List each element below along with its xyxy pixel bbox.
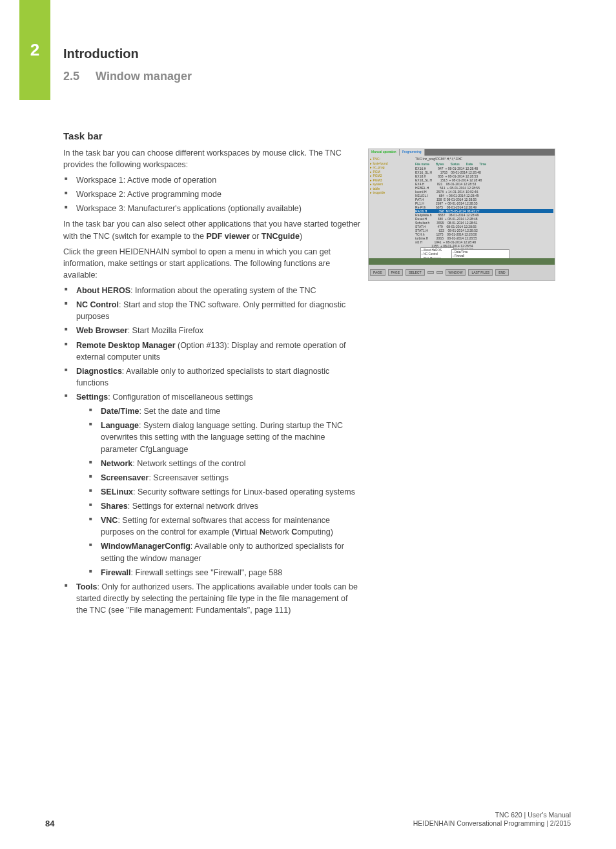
shot-file-tree: ▸ TNC:▸ lost+found ▸ nc_prog ▸ PGM ▸ PGM…	[369, 156, 414, 265]
list-item: Screensaver: Screensaver settings	[88, 472, 360, 484]
paragraph: In the task bar you can also select othe…	[63, 218, 360, 241]
footer-meta: TNC 620 | User's Manual HEIDENHAIN Conve…	[413, 811, 571, 828]
list-item: Firewall: Firewall settings see "Firewal…	[88, 567, 360, 578]
shot-tab-manual: Manual operation	[369, 149, 400, 156]
shot-softkeys: PAGEPAGESELECTWINDOWLAST FILESEND	[369, 265, 555, 280]
paragraph: In the task bar you can choose different…	[63, 147, 360, 170]
list-item: Settings: Configuration of miscellaneous…	[63, 391, 360, 578]
list-item: Workspace 3: Manufacturer's applications…	[63, 203, 360, 214]
page-number: 84	[45, 819, 54, 828]
list-item: VNC: Setting for external softwares that…	[88, 515, 360, 538]
list-item: WindowManagerConfig: Available only to a…	[88, 540, 360, 564]
chapter-number: 2	[19, 40, 50, 60]
section-number: 2.5	[63, 70, 79, 83]
paragraph: Click the green HEIDENHAIN symbol to ope…	[63, 246, 360, 281]
shot-header: Manual operation Programming	[369, 149, 555, 156]
list-item: Network: Network settings of the control	[88, 458, 360, 469]
list-item: NC Control: Start and stop the TNC softw…	[63, 299, 360, 322]
chapter-title: Introduction	[63, 46, 139, 61]
shot-taskbar	[369, 258, 555, 265]
section-heading: 2.5 Window manager	[63, 70, 192, 83]
list-item: Date/Time: Set the date and time	[88, 405, 360, 417]
page-footer: 84 TNC 620 | User's Manual HEIDENHAIN Co…	[45, 811, 571, 828]
tnc-screenshot: Manual operation Programming ▸ TNC:▸ los…	[368, 148, 555, 281]
list-item: Diagnostics: Available only to authorize…	[63, 365, 360, 389]
list-item: Workspace 1: Active mode of operation	[63, 174, 360, 186]
shot-path: TNC:\nc_prog\PGM\*.H;*.I;*.DXF	[415, 157, 553, 161]
function-list: About HEROS: Information about the opera…	[63, 285, 360, 616]
shot-columns: File nameBytesStatusDateTime	[415, 162, 553, 166]
list-item: Remote Desktop Manager (Option #133): Di…	[63, 340, 360, 363]
body-content: Task bar In the task bar you can choose …	[63, 129, 360, 620]
shot-rows: EX16.H 947 + 08-01-2014 12:28:48EX16_SL.…	[415, 167, 553, 252]
list-item: Web Browser: Start Mozilla Firefox	[63, 325, 360, 336]
task-bar-heading: Task bar	[63, 129, 360, 143]
list-item: SELinux: Security software settings for …	[88, 486, 360, 498]
section-name: Window manager	[96, 70, 192, 83]
workspace-list: Workspace 1: Active mode of operation Wo…	[63, 174, 360, 214]
list-item: Tools: Only for authorized users. The ap…	[63, 581, 360, 616]
shot-tab-programming: Programming	[400, 149, 425, 156]
list-item: About HEROS: Information about the opera…	[63, 285, 360, 296]
list-item: Shares: Settings for external network dr…	[88, 500, 360, 512]
list-item: Workspace 2: Active programming mode	[63, 189, 360, 200]
list-item: Language: System dialog language setting…	[88, 420, 360, 455]
